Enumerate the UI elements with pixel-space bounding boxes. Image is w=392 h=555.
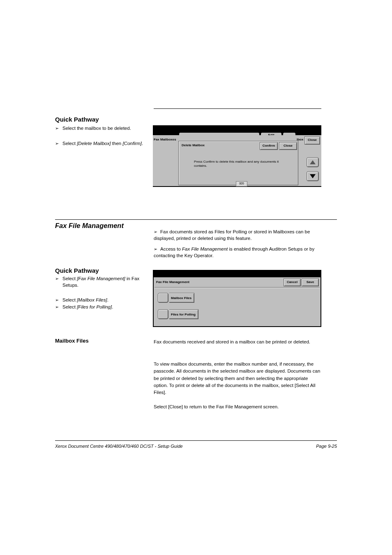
bullet-glyph: ➢ [55,140,59,147]
quick-pathway-1-bullet-2: ➢ Select [Delete Mailbox] then [Confirm]… [55,140,146,147]
quick-pathway-1-bullet-1: ➢ Select the mailbox to be deleted. [55,125,145,132]
scroll-up-button[interactable] [307,157,319,167]
cancel-button[interactable]: Cancel [284,279,301,286]
scroll-down-button[interactable] [307,171,319,181]
qb2a: Select [62,297,77,302]
option-label-text: Files for Polling [171,313,196,316]
quick-pathway-2-bullet-3: ➢ Select [Files for Polling]. [55,304,146,311]
b2-b: [Delete Mailbox] [77,141,111,146]
qb1a: Select [62,276,77,281]
bullet-text: Select [Delete Mailbox] then [Confirm]. [62,140,146,147]
screenshot-fax-file-management: Fax File Management Cancel Save Mailbox … [153,270,321,327]
qb1b: [Fax File Management] [77,276,125,281]
bullet-glyph: ➢ [55,297,59,303]
mailbox-files-para-1: Fax documents received and stored in a m… [154,339,321,345]
option-label: Files for Polling [169,309,198,319]
section-title-fax-file-management: Fax File Management [55,222,124,230]
bullet-glyph: ➢ [55,125,59,131]
option-button-icon [158,293,168,303]
bullet-glyph: ➢ [55,304,59,310]
qb3a: Select [62,304,77,309]
section2-para-1: ➢Fax documents stored as Files for Polli… [154,228,321,242]
p2b: Fax File Management [182,246,228,251]
footer-divider [55,440,337,441]
section2-para-2: ➢Access to Fax File Management is enable… [154,246,321,259]
bullet-glyph: ➢ [154,246,158,252]
qb2b: [Mailbox Files] [77,297,107,302]
quick-pathway-heading-2: Quick Pathway [55,267,99,274]
divider [154,287,320,288]
qb2c: . [107,297,108,302]
triangle-up-icon [310,160,316,164]
bullet-text: Select the mailbox to be deleted. [62,125,145,132]
option-files-for-polling[interactable]: Files for Polling [158,309,198,319]
option-label: Mailbox Files [169,293,194,303]
bullet-text: Select [Fax File Management] in Fax Setu… [62,276,146,288]
b2-e: . [142,141,143,146]
option-label-text: Mailbox Files [171,296,191,300]
para-text: Fax documents stored as Files for Pollin… [154,229,310,241]
screenshot-delete-mailbox: Edit Fax Mailboxes lbox Close Delete Mai… [153,125,321,187]
rule-top [154,108,321,109]
close-button[interactable]: Close [279,142,297,150]
footer-left: Xerox Document Centre 490/480/470/460 DC… [55,444,183,449]
p2a: Access to [160,246,182,251]
quick-pathway-2-bullet-1: ➢ Select [Fax File Management] in Fax Se… [55,276,146,288]
option-button-icon [158,309,168,319]
b2-a: Select [62,141,77,146]
bullet-glyph: ➢ [55,276,59,282]
save-button[interactable]: Save [302,279,319,286]
b2-c: then [111,141,123,146]
bullet-text: Select [Mailbox Files]. [62,297,146,304]
list-row-number: 005 [236,181,247,187]
section-divider [55,219,337,220]
bullet-text: Select [Files for Polling]. [62,304,146,311]
mailbox-files-para-2: To view mailbox documents, enter the mai… [154,361,321,396]
confirm-button[interactable]: Confirm [260,142,278,150]
bullet-glyph: ➢ [154,229,158,235]
subsection-title-mailbox-files: Mailbox Files [55,338,89,344]
qb3b: [Files for Polling] [77,304,112,309]
triangle-down-icon [310,174,316,178]
delete-mailbox-title: Delete Mailbox [182,143,205,147]
b2-d: [Confirm] [122,141,142,146]
fax-mailboxes-label: Fax Mailboxes [154,138,176,141]
footer-right: Page 9-25 [316,444,337,449]
delete-mailbox-message: Press Confirm to delete this mailbox and… [194,160,288,168]
quick-pathway-2-bullet-2: ➢ Select [Mailbox Files]. [55,297,146,304]
mailbox-files-para-3: Select [Close] to return to the Fax File… [154,403,321,410]
fax-mailboxes-close-button[interactable]: Close [304,136,320,145]
quick-pathway-heading-1: Quick Pathway [55,116,99,123]
qb3c: . [112,304,113,309]
option-mailbox-files[interactable]: Mailbox Files [158,293,194,303]
fax-file-management-title: Fax File Management [156,280,189,284]
